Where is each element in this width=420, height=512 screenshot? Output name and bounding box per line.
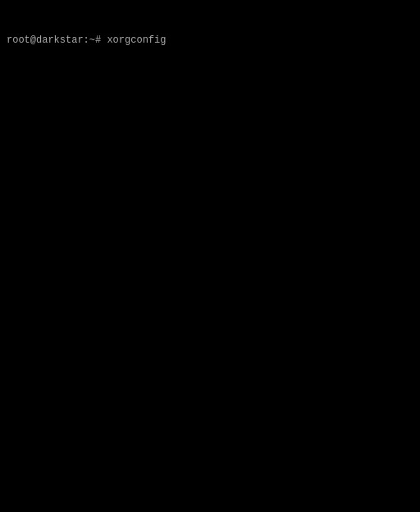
blank-line — [7, 76, 413, 90]
blank-line — [7, 162, 413, 176]
blank-line — [7, 376, 413, 390]
blank-line — [7, 418, 413, 432]
blank-line — [7, 290, 413, 304]
blank-line — [7, 119, 413, 133]
blank-line — [7, 333, 413, 347]
terminal-window: root@darkstar:~# xorgconfig 0 * Generic … — [0, 0, 420, 512]
blank-line — [7, 462, 413, 476]
prompt-line: root@darkstar:~# xorgconfig — [7, 34, 413, 48]
blank-line — [7, 204, 413, 218]
blank-line — [7, 248, 413, 262]
blank-line — [7, 505, 413, 512]
